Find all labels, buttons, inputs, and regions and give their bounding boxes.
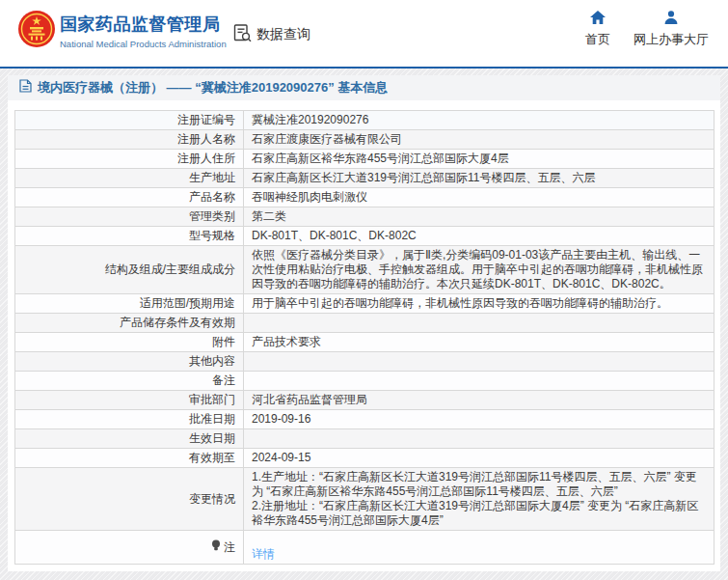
row-label: 生效日期	[15, 429, 244, 449]
row-label: 注册证编号	[15, 111, 244, 130]
table-row: 注册人名称 石家庄渡康医疗器械有限公司	[15, 130, 715, 150]
org-name-en: National Medical Products Administration	[60, 39, 227, 49]
row-value: 吞咽神经肌肉电刺激仪	[244, 188, 715, 207]
row-label: 注册人名称	[15, 130, 244, 150]
page-title-bar: 境内医疗器械（注册） —— “冀械注准20192090276” 基本信息	[8, 75, 720, 100]
row-label: 附件	[15, 333, 244, 352]
row-value: 河北省药品监督管理局	[244, 391, 715, 410]
table-row: 注册证编号 冀械注准20192090276	[15, 111, 715, 130]
content-card: 境内医疗器械（注册） —— “冀械注准20192090276” 基本信息 注册证…	[8, 75, 720, 571]
row-value: 用于脑卒中引起的吞咽功能障碍，非机械性原因导致的吞咽功能障碍的辅助治疗。	[244, 294, 715, 314]
registration-info-table: 注册证编号 冀械注准20192090276 注册人名称 石家庄渡康医疗器械有限公…	[14, 110, 715, 565]
org-name-cn: 国家药品监督管理局	[60, 13, 227, 36]
table-row: 变更情况 1.生产地址：“石家庄高新区长江大道319号润江总部国际11号楼四层、…	[15, 468, 715, 531]
row-label: 注	[15, 531, 244, 565]
person-icon	[664, 11, 678, 28]
national-emblem-icon	[17, 10, 56, 48]
header-nav: 首页 网上办事大厅	[585, 11, 709, 48]
row-label: 其他内容	[15, 352, 244, 372]
row-value: 冀械注准20192090276	[244, 111, 715, 130]
note-label-text: 注	[224, 540, 235, 555]
national-emblem-logo[interactable]	[17, 10, 56, 48]
nav-data-query-label: 数据查询	[256, 26, 310, 43]
row-value: 第二类	[244, 207, 715, 227]
row-label: 产品储存条件及有效期	[15, 314, 244, 333]
row-label: 结构及组成/主要组成成分	[15, 246, 244, 294]
table-row: 管理类别 第二类	[15, 207, 715, 227]
document-icon	[19, 79, 32, 97]
table-row: 附件 产品技术要求	[15, 333, 715, 352]
table-row: 生效日期	[15, 429, 715, 449]
row-value: 2019-09-16	[244, 410, 715, 429]
site-header: 国家药品监督管理局 National Medical Products Admi…	[0, 0, 728, 69]
row-label: 有效期至	[15, 449, 244, 468]
table-row: 生产地址 石家庄高新区长江大道319号润江总部国际11号楼四层、五层、六层	[15, 169, 715, 188]
row-label: 备注	[15, 372, 244, 391]
row-label: 审批部门	[15, 391, 244, 410]
brand-block: 国家药品监督管理局 National Medical Products Admi…	[60, 13, 227, 49]
row-value: DK-801T、DK-801C、DK-802C	[244, 227, 715, 246]
table-row: 备注	[15, 372, 715, 391]
row-label: 产品名称	[15, 188, 244, 207]
nav-home-label: 首页	[585, 31, 610, 48]
row-value: 1.生产地址：“石家庄高新区长江大道319号润江总部国际11号楼四层、五层、六层…	[244, 468, 715, 531]
nav-data-query[interactable]: 数据查询	[232, 23, 310, 46]
bulb-icon	[211, 539, 221, 555]
document-search-icon	[232, 23, 253, 47]
row-value: 2024-09-15	[244, 449, 715, 468]
row-value: 石家庄渡康医疗器械有限公司	[244, 130, 715, 150]
row-label: 管理类别	[15, 207, 244, 227]
table-row: 有效期至 2024-09-15	[15, 449, 715, 468]
row-value	[244, 429, 715, 449]
row-label: 批准日期	[15, 410, 244, 429]
home-icon	[590, 11, 606, 28]
table-row: 产品储存条件及有效期	[15, 314, 715, 333]
row-value: 石家庄高新区裕华东路455号润江总部国际大厦4层	[244, 150, 715, 169]
row-value: 详情	[244, 531, 715, 565]
table-row: 结构及组成/主要组成成分 依照《医疗器械分类目录》，属于Ⅱ类,分类编码09-01…	[15, 246, 715, 294]
table-row: 注册人住所 石家庄高新区裕华东路455号润江总部国际大厦4层	[15, 150, 715, 169]
table-row: 其他内容	[15, 352, 715, 372]
row-value: 产品技术要求	[244, 333, 715, 352]
table-row: 型号规格 DK-801T、DK-801C、DK-802C	[15, 227, 715, 246]
page-title: 境内医疗器械（注册） —— “冀械注准20192090276” 基本信息	[38, 79, 388, 97]
row-label: 变更情况	[15, 468, 244, 531]
row-label: 注册人住所	[15, 150, 244, 169]
table-row: 审批部门 河北省药品监督管理局	[15, 391, 715, 410]
row-label: 型号规格	[15, 227, 244, 246]
table-row: 适用范围/预期用途 用于脑卒中引起的吞咽功能障碍，非机械性原因导致的吞咽功能障碍…	[15, 294, 715, 314]
row-value: 依照《医疗器械分类目录》，属于Ⅱ类,分类编码09-01-03该产品主要由主机、输…	[244, 246, 715, 294]
row-label: 适用范围/预期用途	[15, 294, 244, 314]
table-row-note: 注 详情	[15, 531, 715, 565]
row-value	[244, 314, 715, 333]
detail-link[interactable]: 详情	[252, 547, 275, 561]
row-value: 石家庄高新区长江大道319号润江总部国际11号楼四层、五层、六层	[244, 169, 715, 188]
nav-service-hall[interactable]: 网上办事大厅	[634, 11, 709, 48]
row-value	[244, 352, 715, 372]
table-row: 批准日期 2019-09-16	[15, 410, 715, 429]
table-row: 产品名称 吞咽神经肌肉电刺激仪	[15, 188, 715, 207]
nav-home[interactable]: 首页	[585, 11, 610, 48]
row-label: 生产地址	[15, 169, 244, 188]
row-value	[244, 372, 715, 391]
nav-service-hall-label: 网上办事大厅	[634, 31, 709, 48]
